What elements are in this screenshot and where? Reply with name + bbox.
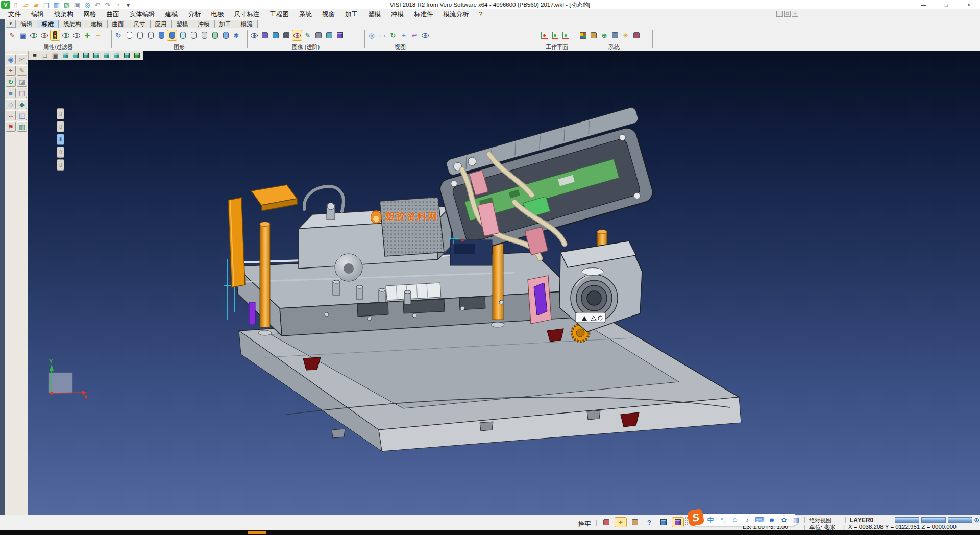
view-bottom-icon[interactable] [122,52,131,60]
workplane-xyz-icon[interactable] [539,30,549,41]
zoom-window-icon[interactable]: ▭ [377,30,387,41]
attribute-copy-icon[interactable]: ▣ [18,30,28,41]
shaded-edges-cylinder-icon[interactable] [167,30,177,41]
menu-item[interactable]: 实体编辑 [125,9,160,19]
active-layer-label[interactable]: LAYER0 [850,517,873,524]
texture-view-icon[interactable] [271,30,281,41]
hidden-line-cylinder-icon[interactable] [135,30,145,41]
advanced-shading-icon[interactable] [249,30,259,41]
doc-filter-1-icon[interactable]: ▯ [57,108,64,119]
color-palette-icon[interactable] [578,30,588,41]
tab-machining[interactable]: 加工 [214,20,236,28]
advanced-settings-icon[interactable] [335,30,345,41]
windows-taskbar[interactable] [0,530,980,535]
zoom-tool-icon[interactable]: ◉ [6,54,16,64]
shadow-toggle-icon[interactable] [313,30,324,41]
view-back-icon[interactable] [102,52,111,60]
ime-punctuation[interactable]: °, [719,515,727,524]
graphics-settings-icon[interactable]: ✱ [231,30,241,41]
viewport-menu-icon[interactable]: ≡ [30,52,39,60]
macro-record-icon[interactable] [600,517,612,527]
regen-icon[interactable]: ↻ [113,30,124,41]
dynamic-rotate-icon[interactable]: ↻ [388,30,398,41]
attribute-editor-icon[interactable]: ✎ [7,30,17,41]
zoom-all-icon[interactable]: ◎ [366,30,377,41]
camera-view-icon[interactable] [420,30,430,41]
menu-item[interactable]: 电极 [206,9,229,19]
workplane-view-icon[interactable] [560,30,571,41]
collapsed-panel-strip[interactable] [0,19,5,515]
doc-close-button[interactable]: × [792,11,798,17]
grid-snap-icon[interactable]: ✳ [621,30,631,41]
globe-icon[interactable]: ⊕ [974,516,979,524]
menu-item[interactable]: 曲面 [102,9,125,19]
measure-tool-icon[interactable]: ↔ [6,110,16,120]
snap-tool-icon[interactable]: + [6,65,16,76]
show-entities-icon[interactable] [29,30,39,41]
minimize-button[interactable]: — [913,0,935,9]
menu-item[interactable]: 塑模 [363,9,386,19]
doc-restore-button[interactable]: □ [784,11,791,17]
viewport-single-icon[interactable]: □ [40,52,50,60]
render-film-icon[interactable] [281,30,291,41]
help-icon[interactable]: ? [643,517,655,527]
menu-item[interactable]: 编辑 [26,9,49,19]
render-edit-icon[interactable]: ✎ [303,30,313,41]
dashed-cylinder-icon[interactable] [145,30,156,41]
flag-tool-icon[interactable]: ⚑ [6,121,16,132]
tab-dimension[interactable]: 尺寸 [129,20,151,28]
previous-view-icon[interactable]: ↩ [409,30,420,41]
recycle-cylinder-icon[interactable] [210,30,220,41]
render-active-icon[interactable] [292,30,302,41]
tab-moldflow[interactable]: 模流 [236,20,258,28]
view-isometric-icon[interactable] [61,52,70,60]
ime-voice-input[interactable]: ♪ [743,515,751,524]
toggle-visibility-icon[interactable] [71,30,82,41]
menu-item[interactable]: 线架构 [49,9,79,19]
ime-logo-icon[interactable]: S [687,509,705,527]
tab-wireframe[interactable]: 线架构 [58,20,86,28]
toolbox-icon[interactable] [629,517,641,527]
hide-entities-icon[interactable] [39,30,50,41]
view-left-icon[interactable] [112,52,121,60]
axes-cube-icon[interactable] [657,517,670,527]
sketch-tool-icon[interactable]: ✎ [17,65,27,76]
tab-standard[interactable]: 标准 [37,20,59,28]
workplane-align-icon[interactable] [550,30,560,41]
filter-add-icon[interactable]: ✚ [82,30,92,41]
system-settings-icon[interactable]: ⊕ [599,30,609,41]
menu-item[interactable]: 标准件 [409,9,438,19]
image-capture-icon[interactable] [589,30,599,41]
tab-mold[interactable]: 塑模 [172,20,193,28]
box-tool-icon[interactable]: ◆ [17,99,27,109]
ghost-cylinder-icon[interactable] [188,30,199,41]
doc-filter-3-icon[interactable]: ▮ [57,134,64,145]
menu-item[interactable]: 加工 [340,9,363,19]
menu-item[interactable]: 分析 [183,9,206,19]
maximize-button[interactable]: □ [935,0,958,9]
menu-item[interactable]: 尺寸标注 [229,9,265,19]
arrow-cylinder-icon[interactable] [220,30,231,41]
doc-filter-4-icon[interactable]: ▯ [57,147,64,158]
tab-dropdown-button[interactable]: ▼ [6,20,16,28]
ime-drag-handle[interactable] [685,517,688,525]
doc-filter-2-icon[interactable]: ▯ [57,121,64,132]
tab-application[interactable]: 应用 [150,20,172,28]
toolbar-config-icon[interactable] [610,30,620,41]
refresh-visibility-icon[interactable] [61,30,71,41]
menu-item[interactable]: 视窗 [317,9,340,19]
tab-stamp[interactable]: 冲模 [193,20,215,28]
absolute-view-label[interactable]: 绝对视图 [809,517,831,524]
ime-language-toggle[interactable]: 中 [706,515,715,524]
shaded-cylinder-icon[interactable] [156,30,166,41]
view-shaded-cube-icon[interactable] [132,52,141,60]
plane-tool-icon[interactable]: ◇ [6,99,16,109]
menu-item[interactable]: 模流分析 [438,9,474,19]
erase-tool-icon[interactable]: ◪ [17,77,27,87]
lock-toggle[interactable]: 拴牢 [578,520,591,528]
viewport-3d[interactable]: Z Y X ≡□▣ ▯▯▮▯▯ 塑胶资料网 [28,51,980,515]
taskbar-app-indicator[interactable] [248,531,266,534]
mirror-tool-icon[interactable]: ◫ [17,110,27,120]
tab-edit[interactable]: 编辑 [15,20,37,28]
tab-modeling[interactable]: 建模 [86,20,108,28]
